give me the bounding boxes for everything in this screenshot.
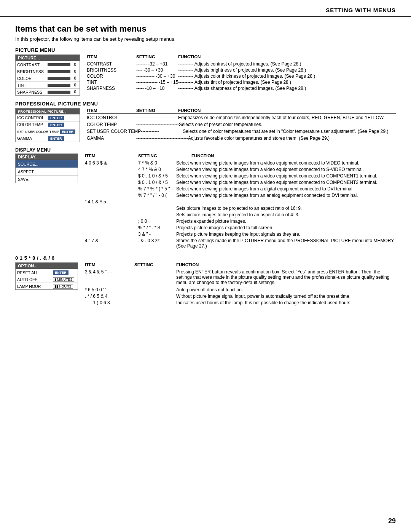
table-row: 3 & 4 & 5 " - - Pressing ENTER button re… [85, 269, 396, 285]
sharpness-label: SHARPNESS [17, 90, 48, 94]
table-row: 4 0 6 3 $ & 7 * % & 0 Select when viewin… [85, 160, 396, 166]
row-function: Select when viewing picture images from … [176, 167, 396, 172]
row-setting: $ 0 . 1 0 / & / 5 [138, 173, 176, 179]
row-function: Select when viewing picture images from … [176, 193, 396, 198]
color-label: COLOR [17, 76, 48, 81]
page-number: 29 [388, 517, 396, 525]
picture-color-row: COLOR 0 [16, 75, 80, 81]
row-item: SHARPNESS [87, 86, 136, 91]
color-temp-row: COLOR TEMP ENTER [16, 121, 80, 128]
picture-menu-section: PICTURE... CONTRAST 0 BRIGHTNESS 0 COLOR [15, 54, 396, 96]
table-row: . * / 6 5 & 4 Without picture image sign… [85, 294, 396, 299]
table-row: $ 0 . 1 0 / & / 5 Select when viewing pi… [138, 180, 396, 185]
display-aspect-row[interactable]: ASPECT... [16, 168, 78, 175]
display-menu-ui-header: DISPLAY... [16, 154, 78, 160]
lamp-hour-row: LAMP HOUR ▮▮ HOURS [16, 283, 78, 289]
row-setting: % 7 * " / " - 0 ( [138, 193, 176, 198]
prof-menu-ui: PROFESSIONAL-PICTURE... ICC CONTROL ENTE… [15, 108, 80, 142]
display-col-item-header: ITEM [85, 153, 104, 158]
row-item: . * / 6 5 & 4 [85, 294, 134, 299]
row-setting: ------------ -30 – +30 [136, 73, 178, 79]
table-row: % 7 * % * ( * 5 " - Select when viewing … [138, 186, 396, 192]
option-section-block: OPTION... RESET ALL ENTER AUTO OFF ▮ MIN… [15, 262, 396, 307]
option-col-item-header: ITEM [85, 262, 134, 267]
color-val: 0 [72, 76, 76, 80]
table-row: Sets picture images to be projected to a… [138, 212, 396, 217]
icc-enter-btn[interactable]: ENTER [48, 116, 64, 120]
row-function: Auto power off does not function. [176, 287, 396, 292]
color-temp-enter-btn[interactable]: ENTER [48, 123, 64, 127]
option-table-body: 3 & 4 & 5 " - - Pressing ENTER button re… [85, 269, 396, 305]
option-menu-ui: OPTION... RESET ALL ENTER AUTO OFF ▮ MIN… [15, 262, 78, 290]
picture-menu-ui: PICTURE... CONTRAST 0 BRIGHTNESS 0 COLOR [15, 54, 80, 96]
display-col-setting-dashes: --------------- [104, 153, 138, 158]
table-row: - " . 1 ) 0 6 3 Indicates used-hours of … [85, 300, 396, 305]
option-table-header: ITEM SETTING FUNCTION [85, 262, 396, 268]
row-setting2: . & . 0 3 zz [138, 238, 176, 243]
table-row: GAMMA ----------------------------------… [87, 136, 396, 141]
picture-info-table: ITEM SETTING FUNCTION CONTRAST ------- -… [87, 54, 396, 92]
prof-menu-label: PROFESSIONAL PICTURE MENU [15, 101, 396, 107]
prof-table-header: ITEM SETTING FUNCTION [87, 108, 396, 114]
table-row: COLOR TEMP ---------------------------- … [87, 122, 396, 127]
row-setting: ---- -30 – +30 [136, 67, 178, 73]
picture-table-header: ITEM SETTING FUNCTION [87, 54, 396, 60]
display-source-row[interactable]: SOURCE... [16, 160, 78, 168]
row-function: Emphasizes or de-emphasizes independentl… [178, 115, 396, 120]
row-setting2: 7 * % & 0 [138, 160, 176, 166]
table-row: $ 0 . 1 0 / & / 5 Select when viewing pi… [138, 173, 396, 179]
display-table-header: ITEM --------------- SETTING --------- F… [85, 153, 396, 159]
brightness-label: BRIGHTNESS [17, 69, 48, 74]
row-item: COLOR [87, 73, 136, 79]
row-function: Adjusts favorable color temperatures and… [188, 136, 396, 141]
row-function: Projects expanded picture images. [176, 219, 396, 224]
prof-col-item-header: ITEM [87, 108, 136, 113]
lamp-hour-text: HOURS [59, 284, 72, 288]
tint-bar-cell: 0 [48, 83, 78, 87]
row-function: Select when viewing picture images from … [176, 173, 396, 179]
display-menu-label: DISPLAY MENU [15, 147, 396, 153]
contrast-bar-cell: 0 [48, 62, 78, 67]
reset-all-enter-btn[interactable]: ENTER [53, 270, 68, 275]
row-setting: % 7 * % * ( * 5 " - [138, 186, 176, 192]
row-setting: ; 0 0 . [138, 219, 176, 224]
gamma-row: GAMMA ENTER [16, 135, 80, 142]
table-row: 3 & " - Projects picture images keeping … [138, 232, 396, 237]
reset-all-label: RESET ALL [17, 270, 51, 275]
tint-bar [48, 84, 70, 87]
picture-menu-ui-header: PICTURE... [16, 55, 80, 61]
row-function: ---------- Adjusts sharpness of projecte… [178, 86, 396, 91]
gamma-enter-btn[interactable]: ENTER [48, 136, 64, 141]
table-row: 4 " 7 & . & . 0 3 zz Stores the settings… [85, 238, 396, 249]
row-function: ---------- Adjusts contrast of projected… [178, 61, 396, 67]
table-row: 4 7 * % & 0 Select when viewing picture … [138, 167, 396, 172]
gamma-label: GAMMA [17, 136, 48, 141]
row-setting: ------------ [141, 129, 183, 134]
color-bar-cell: 0 [48, 76, 78, 80]
option-menu-section: 0 1 5 * 0 / . & / 6 OPTION... RESET ALL … [15, 255, 396, 307]
prof-col-function-header: FUNCTION [178, 108, 396, 113]
display-menu-label-text: DISPLAY MENU [15, 147, 51, 153]
page-header: SETTING WITH MENUS [0, 0, 411, 17]
tint-label: TINT [17, 83, 48, 88]
row-setting: % * / " . * $ [138, 225, 176, 230]
display-save-row[interactable]: SAVE... [16, 175, 78, 183]
table-row: CONTRAST ------- -32 – +31 ---------- Ad… [87, 61, 396, 67]
picture-sharpness-row: SHARPNESS 0 [16, 88, 80, 95]
set-user-enter-btn[interactable]: ENTER [60, 129, 76, 134]
brightness-bar [48, 70, 70, 73]
display-menu-section: DISPLAY... SOURCE... ASPECT... SAVE... I… [15, 153, 396, 250]
row-item: 3 & 4 & 5 " - - [85, 269, 134, 275]
row-setting: ------------------------- [136, 115, 178, 120]
icc-control-row: ICC CONTROL ENTER [16, 114, 80, 121]
option-menu-ui-header: OPTION... [16, 263, 78, 269]
auto-off-minutes: ▮ MINUTES [53, 277, 74, 282]
row-setting: 3 & " - [138, 232, 176, 237]
picture-brightness-row: BRIGHTNESS 0 [16, 68, 80, 75]
row-setting: 4 0 6 3 $ & [85, 160, 138, 166]
table-row: % 7 * " / " - 0 ( Select when viewing pi… [138, 193, 396, 198]
row-item: TINT [87, 80, 136, 85]
table-row: COLOR ------------ -30 – +30 ---------- … [87, 73, 396, 79]
table-row: % * / " . * $ Projects picture images ex… [138, 225, 396, 230]
prof-table-body: ICC CONTROL ------------------------- Em… [87, 115, 396, 141]
